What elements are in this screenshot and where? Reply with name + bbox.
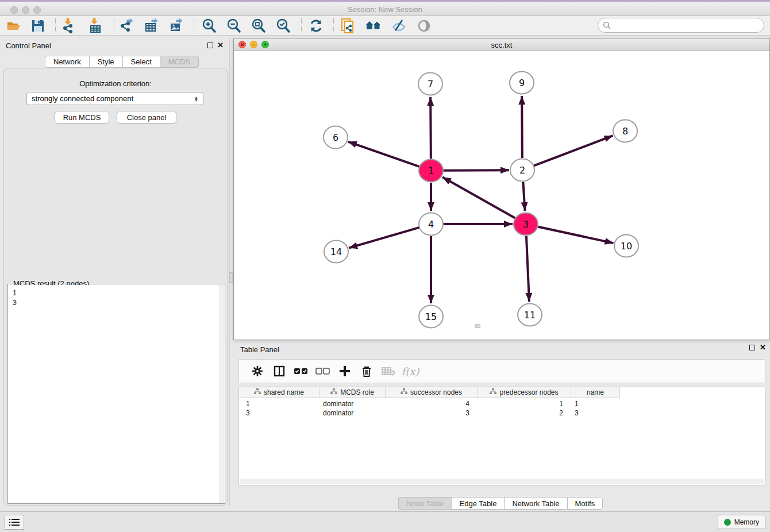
open-session-icon[interactable] <box>5 17 23 34</box>
column-header-predecessor-nodes[interactable]: predecessor nodes <box>478 387 571 398</box>
cell-MCDS-role[interactable]: dominator <box>319 408 386 418</box>
cell-MCDS-role[interactable]: dominator <box>319 399 386 408</box>
network-window: ✕ − + scc.txt 7968124314101511 <box>233 38 770 340</box>
graph-edge-2-9[interactable] <box>522 96 522 158</box>
graph-node-label: 4 <box>428 219 434 230</box>
graph-node-label: 3 <box>523 219 529 230</box>
memory-label: Memory <box>734 518 759 526</box>
close-panel-button[interactable]: Close panel <box>117 111 176 124</box>
optimization-criterion-dropdown[interactable]: strongly connected component ▲▼ <box>26 92 203 105</box>
graph-edge-3-1[interactable] <box>442 177 515 218</box>
tab-style[interactable]: Style <box>89 56 122 68</box>
tab-network[interactable]: Network <box>45 56 89 68</box>
zoom-selected-icon[interactable] <box>274 17 292 34</box>
refresh-layout-icon[interactable] <box>307 17 325 34</box>
select-all-checkbox-icon[interactable] <box>290 363 312 380</box>
attribute-tree-icon <box>401 388 407 396</box>
graph-edge-4-14[interactable] <box>349 228 419 248</box>
table-settings-icon[interactable] <box>247 363 268 380</box>
deselect-all-checkbox-icon[interactable] <box>312 363 334 380</box>
search-input[interactable] <box>611 21 755 29</box>
graph-node-label: 9 <box>519 78 525 88</box>
cell-shared-name[interactable]: 1 <box>239 399 319 408</box>
insert-entry-icon[interactable] <box>334 363 356 380</box>
column-header-MCDS-role[interactable]: MCDS role <box>319 387 386 398</box>
close-panel-icon[interactable]: ✕ <box>217 41 224 49</box>
search-box[interactable] <box>598 18 764 33</box>
task-history-button[interactable] <box>5 515 24 530</box>
list-icon <box>9 518 20 526</box>
delete-entry-icon[interactable] <box>356 363 378 380</box>
export-table-icon[interactable] <box>143 17 161 34</box>
mcds-result-text[interactable]: 1 3 <box>9 285 219 503</box>
status-bar: Memory <box>0 511 770 532</box>
graph-edge-2-3[interactable] <box>523 182 525 211</box>
table-tabs: Node TableEdge TableNetwork TableMotifs <box>398 497 603 510</box>
attribute-tree-icon <box>330 388 337 396</box>
memory-status-icon <box>724 519 731 526</box>
float-table-panel-icon[interactable] <box>749 345 755 350</box>
zoom-in-icon[interactable] <box>200 17 218 34</box>
table-hscrollbar[interactable] <box>240 479 764 484</box>
float-panel-icon[interactable] <box>207 43 213 48</box>
table-row[interactable]: 3dominator323 <box>239 408 620 418</box>
chevron-updown-icon: ▲▼ <box>194 96 198 102</box>
tab-mcds[interactable]: MCDS <box>160 56 199 68</box>
toolbar-separator <box>333 18 334 33</box>
show-columns-icon[interactable] <box>268 363 290 380</box>
split-divider-grip[interactable] <box>229 272 233 283</box>
run-mcds-button[interactable]: Run MCDS <box>55 111 109 124</box>
graph-edge-1-2[interactable] <box>443 170 509 171</box>
graph-edge-2-8[interactable] <box>534 136 613 165</box>
cell-name[interactable]: 1 <box>571 399 620 408</box>
control-panel-tabs: NetworkStyleSelectMCDS <box>45 56 199 68</box>
cell-predecessor-nodes[interactable]: 2 <box>478 408 571 418</box>
export-network-icon[interactable] <box>118 17 136 34</box>
tab-motifs[interactable]: Motifs <box>567 497 603 510</box>
table-row[interactable]: 1dominator411 <box>239 399 620 408</box>
toolbar-separator <box>194 18 194 33</box>
graph-edge-3-10[interactable] <box>538 226 614 243</box>
column-header-successor-nodes[interactable]: successor nodes <box>386 387 478 398</box>
show-all-icon[interactable] <box>415 17 433 34</box>
import-network-icon[interactable] <box>60 17 78 34</box>
network-window-titlebar: ✕ − + scc.txt <box>234 38 769 51</box>
result-scrollbar[interactable] <box>219 285 224 503</box>
mcds-result-group: MCDS result (2 nodes) 1 3 <box>7 284 225 504</box>
first-neighbors-icon[interactable] <box>364 17 383 34</box>
cell-successor-nodes[interactable]: 4 <box>386 399 478 408</box>
table-panel: Table Panel ✕ f(x) <box>233 342 770 511</box>
graph-node-label: 15 <box>425 311 437 322</box>
export-image-icon[interactable] <box>167 17 186 34</box>
tab-select[interactable]: Select <box>122 56 160 68</box>
network-canvas[interactable]: 7968124314101511 <box>234 51 769 340</box>
cell-shared-name[interactable]: 3 <box>239 408 319 418</box>
network-window-title: scc.txt <box>234 41 769 49</box>
column-header-name[interactable]: name <box>571 387 620 398</box>
cell-successor-nodes[interactable]: 3 <box>386 408 478 418</box>
graph-edge-3-11[interactable] <box>526 236 529 302</box>
close-table-panel-icon[interactable]: ✕ <box>760 343 766 352</box>
tab-node-table[interactable]: Node Table <box>398 497 452 510</box>
zoom-out-icon[interactable] <box>225 17 243 34</box>
save-session-icon[interactable] <box>29 17 47 34</box>
dropdown-value: strongly connected component <box>32 94 133 103</box>
cell-name[interactable]: 3 <box>571 408 620 418</box>
tab-edge-table[interactable]: Edge Table <box>452 497 505 510</box>
graph-edge-1-7[interactable] <box>430 97 431 159</box>
control-panel-title: Control Panel <box>6 41 51 50</box>
tab-network-table[interactable]: Network Table <box>504 497 567 510</box>
graph-node-label: 2 <box>519 165 525 176</box>
node-table: shared nameMCDS rolesuccessor nodesprede… <box>238 387 765 485</box>
table-header-row: shared nameMCDS rolesuccessor nodesprede… <box>239 387 620 398</box>
toolbar-separator <box>301 18 302 33</box>
hide-selected-icon[interactable] <box>390 17 408 34</box>
column-header-shared-name[interactable]: shared name <box>239 387 319 398</box>
cell-predecessor-nodes[interactable]: 1 <box>478 399 571 408</box>
clone-network-icon[interactable] <box>339 17 357 34</box>
resize-grip[interactable] <box>475 324 480 328</box>
memory-button[interactable]: Memory <box>718 515 765 529</box>
import-table-icon[interactable] <box>86 17 105 34</box>
zoom-fit-icon[interactable] <box>249 17 268 34</box>
graph-edge-1-6[interactable] <box>348 142 419 167</box>
